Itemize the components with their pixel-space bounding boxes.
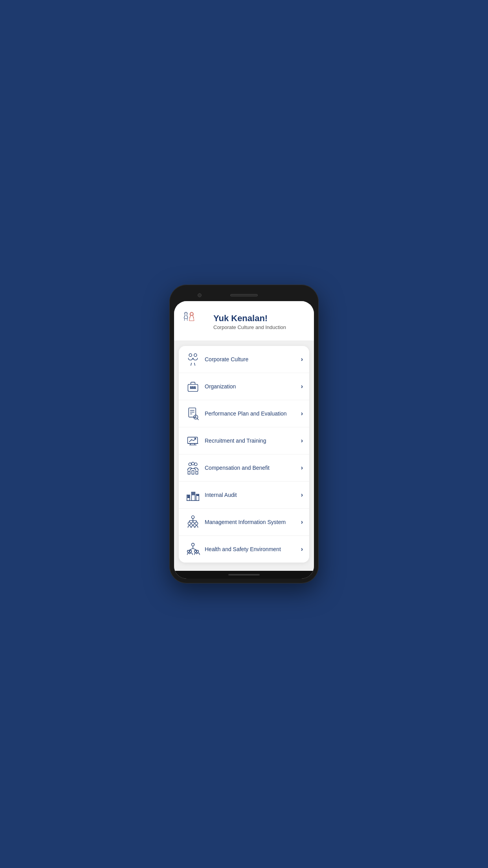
svg-point-8 (189, 354, 192, 357)
corporate-culture-chevron: › (301, 356, 303, 363)
svg-rect-38 (188, 497, 189, 498)
svg-point-56 (191, 522, 194, 525)
menu-item-corporate-culture[interactable]: Corporate Culture › (179, 346, 309, 373)
svg-point-5 (190, 312, 193, 315)
compensation-benefit-icon (185, 460, 201, 476)
svg-rect-41 (194, 493, 194, 494)
app-subtitle: Corporate Culture and Induction (213, 324, 286, 330)
corporate-culture-label: Corporate Culture (205, 356, 301, 362)
performance-plan-chevron: › (301, 410, 303, 417)
menu-item-internal-audit[interactable]: Internal Audit › (179, 482, 309, 509)
internal-audit-chevron: › (301, 491, 303, 498)
menu-item-health-safety[interactable]: Health and Safety Environment › (179, 536, 309, 563)
screen-content: Yuk Kenalan! Corporate Culture and Induc… (174, 301, 314, 571)
svg-rect-37 (189, 496, 189, 497)
management-info-label: Management Information System (205, 519, 301, 525)
menu-item-recruitment-training[interactable]: Recruitment and Training › (179, 427, 309, 454)
svg-rect-44 (197, 495, 198, 496)
phone-top-bar (174, 289, 314, 301)
bottom-spacer (174, 568, 314, 571)
menu-card: Corporate Culture › $$$ Organization (179, 346, 309, 563)
performance-plan-label: Performance Plan and Evaluation (205, 410, 301, 417)
phone-frame: Yuk Kenalan! Corporate Culture and Induc… (169, 285, 319, 583)
svg-point-62 (187, 550, 189, 552)
menu-item-performance-plan[interactable]: Performance Plan and Evaluation › (179, 400, 309, 427)
compensation-benefit-label: Compensation and Benefit (205, 465, 301, 471)
svg-point-65 (196, 550, 198, 552)
phone-screen: Yuk Kenalan! Corporate Culture and Induc… (174, 301, 314, 579)
svg-text:$$$: $$$ (190, 386, 196, 390)
svg-rect-36 (188, 496, 189, 497)
internal-audit-icon (185, 487, 201, 503)
svg-line-18 (197, 419, 198, 420)
organization-icon: $$$ (185, 379, 201, 394)
phone-camera (198, 293, 202, 297)
svg-rect-32 (196, 471, 198, 474)
phone-bottom-bar (174, 571, 314, 579)
menu-item-compensation-benefit[interactable]: Compensation and Benefit › (179, 454, 309, 482)
organization-chevron: › (301, 383, 303, 390)
svg-point-55 (188, 522, 191, 525)
app-title: Yuk Kenalan! (213, 313, 286, 324)
svg-rect-40 (192, 493, 193, 494)
svg-rect-31 (192, 471, 194, 474)
svg-point-9 (194, 354, 197, 357)
health-safety-icon (185, 541, 201, 557)
header-text: Yuk Kenalan! Corporate Culture and Induc… (213, 313, 286, 330)
compensation-benefit-chevron: › (301, 464, 303, 471)
home-indicator (228, 574, 260, 576)
svg-point-0 (184, 312, 187, 315)
svg-line-3 (184, 318, 185, 321)
menu-item-management-info[interactable]: Management Information System › (179, 509, 309, 536)
header-section: Yuk Kenalan! Corporate Culture and Induc… (174, 301, 314, 340)
internal-audit-label: Internal Audit (205, 492, 301, 498)
svg-rect-30 (188, 471, 190, 474)
svg-line-4 (187, 318, 187, 321)
svg-line-60 (189, 548, 193, 550)
svg-rect-43 (194, 494, 194, 495)
svg-point-29 (194, 463, 197, 465)
svg-point-27 (189, 463, 191, 465)
svg-point-58 (191, 543, 194, 546)
recruitment-training-chevron: › (301, 437, 303, 444)
management-info-chevron: › (301, 519, 303, 526)
svg-rect-39 (189, 497, 189, 498)
menu-item-organization[interactable]: $$$ Organization › (179, 373, 309, 400)
svg-rect-13 (189, 408, 196, 417)
svg-rect-45 (198, 495, 199, 496)
svg-point-64 (194, 550, 196, 552)
health-safety-chevron: › (301, 546, 303, 553)
svg-point-28 (191, 462, 194, 465)
svg-point-63 (189, 550, 191, 552)
svg-line-61 (193, 548, 196, 550)
svg-point-57 (195, 522, 198, 525)
management-info-icon (185, 514, 201, 530)
recruitment-training-label: Recruitment and Training (205, 438, 301, 444)
corporate-culture-icon (185, 351, 201, 367)
recruitment-training-icon (185, 433, 201, 449)
health-safety-label: Health and Safety Environment (205, 546, 301, 552)
svg-rect-42 (192, 494, 193, 495)
header-illustration (182, 311, 207, 333)
performance-plan-icon (185, 406, 201, 421)
organization-label: Organization (205, 383, 301, 390)
phone-speaker (230, 294, 258, 296)
svg-point-47 (191, 516, 194, 519)
